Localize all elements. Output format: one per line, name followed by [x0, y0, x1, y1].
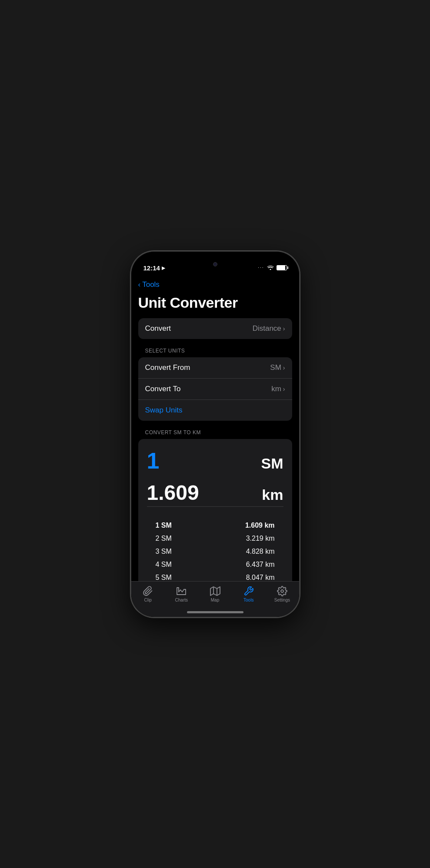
page-title: Unit Converter: [131, 293, 299, 318]
convert-distance-value: Distance: [253, 324, 281, 333]
main-values: 1 SM 1.609 km: [138, 439, 292, 514]
table-row: 5 SM 8.047 km: [138, 571, 292, 581]
time-display: 12:14: [143, 264, 160, 272]
svg-marker-0: [177, 588, 186, 595]
charts-tab-label: Charts: [175, 598, 188, 602]
convert-from-value: SM ›: [270, 363, 285, 372]
convert-row-label: Convert: [145, 324, 171, 333]
conv-to-cell: 4.828 km: [246, 548, 275, 555]
clip-tab-label: Clip: [144, 598, 151, 602]
conv-from-cell: 4 SM: [156, 561, 172, 569]
conv-to-cell: 8.047 km: [246, 574, 275, 581]
wifi-icon: [267, 264, 274, 272]
input-unit-label: SM: [261, 455, 283, 472]
conv-to-cell: 3.219 km: [246, 535, 275, 542]
convert-type-row[interactable]: Convert Distance ›: [138, 318, 292, 339]
conv-from-cell: 5 SM: [156, 574, 172, 581]
scroll-area[interactable]: ‹ Tools Unit Converter Convert Distance …: [131, 275, 299, 581]
conv-from-cell: 2 SM: [156, 535, 172, 542]
convert-section-header: CONVERT SM TO KM: [131, 429, 299, 439]
convert-from-row[interactable]: Convert From SM ›: [138, 357, 292, 379]
from-unit: SM: [270, 363, 281, 372]
conversion-card: 1 SM 1.609 km 1 SM 1.609 km 2 SM 3.219 k…: [138, 439, 292, 581]
tools-tab-label: Tools: [243, 598, 253, 602]
table-row: 3 SM 4.828 km: [138, 545, 292, 558]
location-icon: ▶: [162, 266, 165, 270]
to-unit: km: [271, 385, 281, 393]
back-chevron-icon: ‹: [138, 280, 141, 289]
convert-from-label: Convert From: [145, 363, 190, 372]
screen-content: ‹ Tools Unit Converter Convert Distance …: [131, 252, 299, 617]
back-nav[interactable]: ‹ Tools: [131, 279, 299, 293]
tab-item-clip[interactable]: Clip: [131, 586, 165, 602]
clip-icon: [143, 586, 153, 596]
battery-icon: [277, 265, 287, 270]
conv-from-cell: 3 SM: [156, 548, 172, 555]
convert-row-chevron: ›: [283, 325, 285, 332]
tab-item-settings[interactable]: Settings: [265, 586, 299, 602]
map-icon: [210, 586, 220, 596]
conversion-table: 1 SM 1.609 km 2 SM 3.219 km 3 SM 4.828 k…: [138, 514, 292, 581]
result-row: 1.609 km: [147, 481, 283, 507]
status-time: 12:14 ▶: [143, 264, 165, 272]
signal-dots-icon: ···: [258, 265, 264, 270]
convert-row-value: Distance ›: [253, 324, 285, 333]
charts-icon: [176, 586, 187, 596]
svg-marker-2: [210, 587, 220, 595]
back-nav-label[interactable]: Tools: [142, 280, 160, 289]
conv-to-cell: 6.437 km: [246, 561, 275, 569]
conv-from-cell: 1 SM: [156, 522, 172, 529]
status-right: ···: [258, 264, 287, 272]
input-row: 1 SM: [147, 448, 283, 474]
result-unit-label: km: [262, 486, 283, 503]
table-row: 2 SM 3.219 km: [138, 532, 292, 545]
swap-units-row[interactable]: Swap Units: [138, 400, 292, 421]
settings-tab-label: Settings: [274, 598, 290, 602]
conv-to-cell: 1.609 km: [245, 522, 275, 529]
swap-units-button[interactable]: Swap Units: [145, 406, 183, 415]
table-row: 4 SM 6.437 km: [138, 558, 292, 571]
settings-icon: [277, 586, 287, 596]
svg-point-5: [281, 590, 283, 592]
from-chevron-icon: ›: [283, 364, 285, 371]
phone-screen: 12:14 ▶ ···: [131, 252, 299, 617]
tab-item-tools[interactable]: Tools: [232, 586, 265, 602]
table-row: 1 SM 1.609 km: [138, 519, 292, 532]
convert-to-value: km ›: [271, 385, 285, 393]
home-indicator: [187, 611, 243, 613]
result-number: 1.609: [147, 481, 199, 505]
input-number[interactable]: 1: [147, 448, 160, 474]
tab-item-map[interactable]: Map: [198, 586, 232, 602]
units-card: Convert From SM › Convert To km ›: [138, 357, 292, 421]
tools-icon: [243, 586, 254, 596]
convert-to-label: Convert To: [145, 385, 181, 393]
map-tab-label: Map: [211, 598, 219, 602]
select-units-header: SELECT UNITS: [131, 348, 299, 357]
dynamic-island: [189, 257, 241, 272]
tab-item-charts[interactable]: Charts: [165, 586, 198, 602]
to-chevron-icon: ›: [283, 386, 285, 392]
phone-frame: 12:14 ▶ ···: [130, 251, 300, 618]
convert-to-row[interactable]: Convert To km ›: [138, 379, 292, 400]
